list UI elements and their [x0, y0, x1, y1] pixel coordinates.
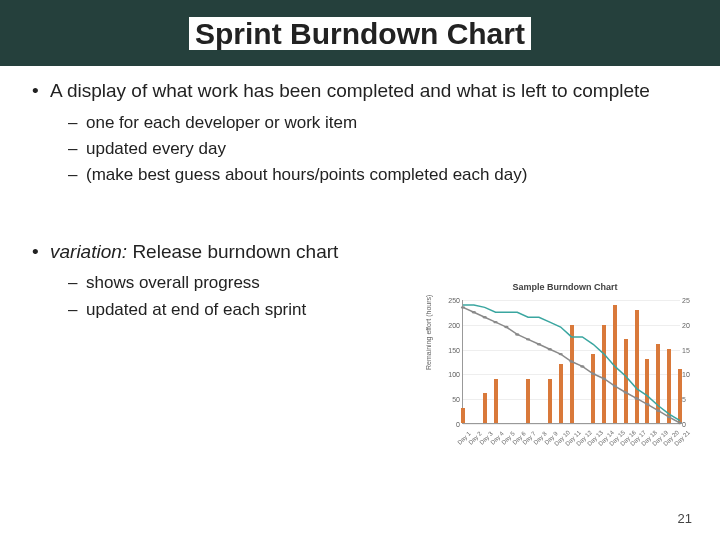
svg-point-11	[580, 365, 584, 367]
svg-point-3	[493, 321, 497, 323]
sub-list-1: one for each developer or work item upda…	[50, 110, 696, 189]
chart-ytick-left: 100	[442, 371, 460, 378]
sub1-item: updated every day	[68, 136, 696, 162]
svg-point-0	[461, 306, 465, 308]
svg-point-17	[645, 403, 649, 405]
chart-ytick-right: 15	[682, 346, 696, 353]
bullet-1-text: A display of what work has been complete…	[50, 80, 650, 101]
chart-ytick-left: 50	[442, 396, 460, 403]
svg-point-5	[515, 333, 519, 335]
svg-point-15	[624, 391, 628, 393]
chart-ytick-left: 250	[442, 297, 460, 304]
bullet-list-1: A display of what work has been complete…	[32, 78, 696, 189]
title-band: Sprint Burndown Chart	[0, 0, 720, 66]
burndown-chart: Sample Burndown Chart Remaining effort (…	[432, 282, 698, 452]
svg-point-2	[483, 316, 487, 318]
svg-point-19	[667, 416, 671, 418]
svg-point-18	[656, 409, 660, 411]
chart-ytick-right: 10	[682, 371, 696, 378]
sub1-item: one for each developer or work item	[68, 110, 696, 136]
chart-ytick-left: 0	[442, 421, 460, 428]
svg-point-6	[526, 338, 530, 340]
chart-ytick-right: 0	[682, 421, 696, 428]
svg-point-10	[569, 360, 573, 362]
svg-point-16	[634, 397, 638, 399]
chart-title: Sample Burndown Chart	[432, 282, 698, 292]
sub1-item: (make best guess about hours/points comp…	[68, 162, 696, 188]
spacer	[32, 193, 696, 239]
chart-ytick-right: 20	[682, 321, 696, 328]
bullet-2-prefix: variation:	[50, 241, 127, 262]
chart-inner: Remaining effort (hours) 050100150200250…	[432, 294, 698, 446]
chart-ytick-left: 200	[442, 321, 460, 328]
chart-ytick-right: 25	[682, 297, 696, 304]
svg-point-1	[472, 311, 476, 313]
chart-ylabel-left: Remaining effort (hours)	[425, 295, 432, 370]
svg-point-7	[537, 343, 541, 345]
chart-lines	[463, 300, 680, 423]
svg-point-8	[548, 348, 552, 350]
bullet-2-rest: Release burndown chart	[127, 241, 338, 262]
chart-ytick-left: 150	[442, 346, 460, 353]
slide-title: Sprint Burndown Chart	[189, 17, 531, 50]
svg-point-4	[504, 326, 508, 328]
svg-point-13	[602, 377, 606, 379]
svg-point-9	[558, 353, 562, 355]
bullet-1: A display of what work has been complete…	[32, 78, 696, 189]
svg-point-12	[591, 373, 595, 375]
svg-point-14	[613, 385, 617, 387]
chart-series-line	[463, 307, 680, 423]
svg-point-20	[678, 422, 682, 424]
page-number: 21	[678, 511, 692, 526]
slide: Sprint Burndown Chart A display of what …	[0, 0, 720, 540]
chart-plot-area	[462, 300, 680, 424]
chart-ytick-right: 5	[682, 396, 696, 403]
